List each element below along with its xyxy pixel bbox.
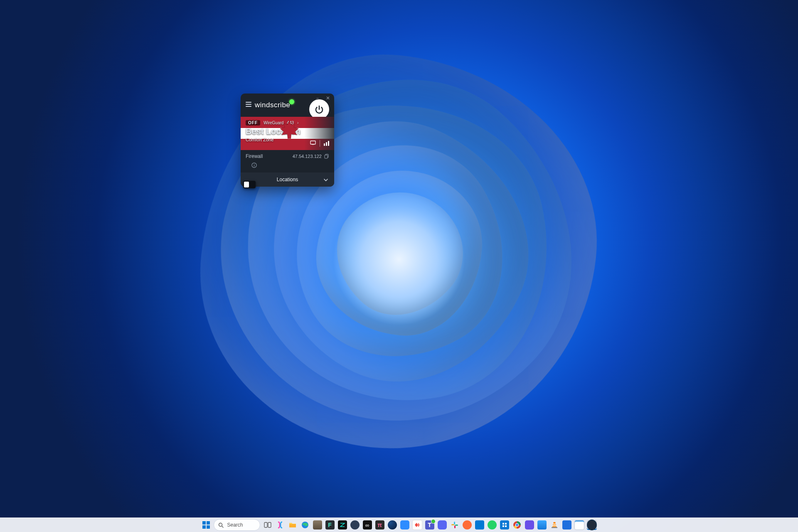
desktop-wallpaper[interactable]: － ✕ windscribe OFF WireGuard 443 › Best …	[0, 0, 559, 373]
status-badge: OFF	[246, 120, 260, 126]
connect-power-button[interactable]	[309, 99, 329, 119]
chevron-down-icon	[323, 177, 328, 184]
locations-label: Locations	[277, 177, 298, 182]
network-icon[interactable]	[310, 140, 316, 146]
copy-icon[interactable]	[324, 154, 329, 159]
close-button[interactable]: ✕	[326, 96, 330, 100]
svg-rect-8	[254, 164, 254, 164]
firewall-row: Firewall 47.54.123.122	[241, 150, 334, 163]
bloom-glow	[332, 193, 466, 326]
chevron-right-icon[interactable]: ›	[297, 121, 298, 125]
firewall-label: Firewall	[246, 153, 263, 159]
info-icon[interactable]	[246, 163, 257, 169]
svg-rect-3	[312, 144, 314, 145]
ip-address: 47.54.123.122	[293, 154, 322, 159]
app-brand: windscribe	[255, 101, 290, 109]
svg-rect-2	[310, 141, 315, 144]
svg-rect-7	[254, 165, 254, 167]
hamburger-menu-button[interactable]	[246, 102, 251, 107]
location-panel[interactable]: OFF WireGuard 443 › Best Location Comfor…	[241, 117, 334, 150]
svg-rect-5	[325, 155, 328, 158]
signal-strength-icon	[324, 141, 329, 146]
firewall-toggle[interactable]	[243, 181, 256, 188]
divider	[320, 140, 320, 147]
windscribe-window: － ✕ windscribe OFF WireGuard 443 › Best …	[241, 94, 334, 187]
power-icon	[314, 104, 324, 114]
